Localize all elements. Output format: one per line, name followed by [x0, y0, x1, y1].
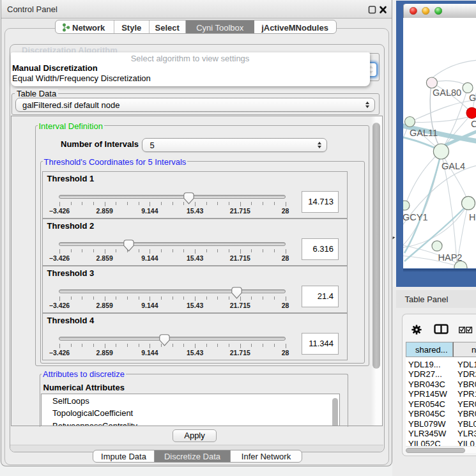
- svg-text:GAL4: GAL4: [441, 160, 465, 171]
- svg-text:C: C: [471, 119, 476, 129]
- svg-text:GAL11: GAL11: [410, 128, 438, 138]
- svg-text:H: H: [469, 212, 475, 222]
- svg-text:GAL80: GAL80: [433, 88, 461, 98]
- svg-text:GA: GA: [469, 93, 476, 103]
- svg-text:GCY1: GCY1: [403, 212, 428, 222]
- svg-text:HAP2: HAP2: [438, 252, 463, 263]
